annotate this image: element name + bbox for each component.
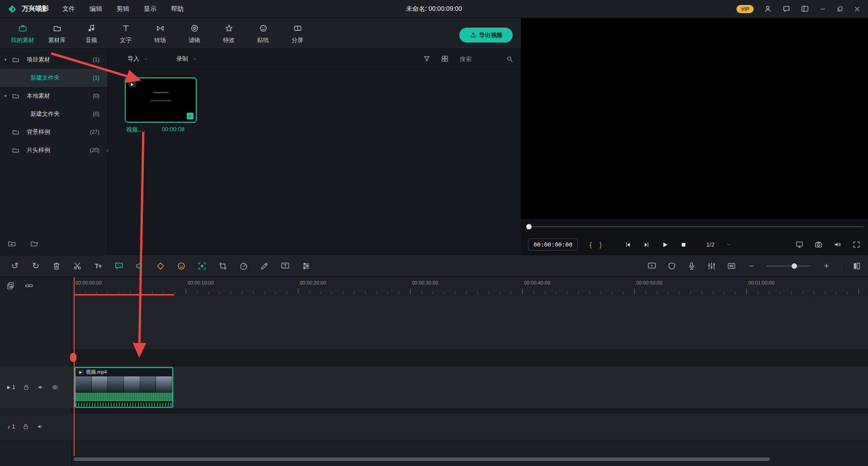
timeline-ruler[interactable]: 00:00:00:00 00:00:10:00 00:00:20:00 00:0…: [72, 277, 868, 295]
tab-stickers[interactable]: 贴纸: [246, 23, 280, 45]
caret-down-icon[interactable]: ▼: [4, 58, 7, 62]
tab-my-media[interactable]: 我的素材: [5, 23, 40, 45]
tab-audio[interactable]: 音频: [74, 23, 108, 45]
new-folder-button[interactable]: [7, 239, 16, 248]
minimize-button[interactable]: [819, 5, 826, 13]
menu-clip[interactable]: 剪辑: [117, 5, 129, 13]
sidebar-item-project-media[interactable]: ▼ 项目素材 (1): [0, 51, 108, 69]
media-item-name[interactable]: 视频.…: [126, 126, 146, 134]
render-preview-button[interactable]: [647, 261, 657, 271]
previous-frame-button[interactable]: [624, 241, 632, 248]
import-button[interactable]: 导入: [127, 55, 148, 63]
keyframe-button[interactable]: [156, 261, 165, 271]
timeline-tracks[interactable]: ▶ 视频.mp4: [72, 294, 868, 462]
link-icon[interactable]: [25, 281, 33, 290]
search-input[interactable]: [459, 55, 502, 63]
timeline-zoom-slider[interactable]: [766, 263, 811, 269]
lock-icon[interactable]: [23, 384, 30, 391]
zoom-out-button[interactable]: −: [746, 261, 756, 271]
playhead-handle[interactable]: [70, 353, 76, 362]
play-button[interactable]: [661, 241, 669, 248]
timeline-playhead[interactable]: [74, 277, 75, 456]
motion-tracking-button[interactable]: [197, 261, 207, 271]
sidebar-item-local-media[interactable]: ▼ 本地素材 (0): [0, 87, 108, 105]
split-scissors-button[interactable]: [72, 261, 82, 271]
workspace-layout-icon[interactable]: [801, 5, 809, 13]
zoom-slider-track[interactable]: [766, 266, 811, 266]
preview-quality-dropdown[interactable]: 1/2: [706, 241, 731, 248]
media-toolbar: 导入 录制: [108, 49, 521, 69]
video-track-badge[interactable]: ▶ 1: [7, 384, 15, 390]
record-button[interactable]: 录制: [176, 55, 197, 63]
snapshot-camera-icon[interactable]: [814, 240, 823, 249]
text-to-speech-button[interactable]: [135, 261, 145, 271]
audio-track-badge[interactable]: ♪ 1: [7, 423, 15, 430]
eye-icon[interactable]: [52, 384, 59, 391]
tab-media-library[interactable]: 素材库: [40, 23, 74, 45]
seekbar-handle[interactable]: [526, 224, 532, 229]
mark-out-button[interactable]: }: [599, 241, 602, 248]
tab-transitions[interactable]: 转场: [143, 23, 177, 45]
media-item-thumbnail[interactable]: ▶ ✓: [125, 77, 197, 123]
sidebar-item-intro-samples[interactable]: 片头样例 (20): [0, 141, 108, 159]
adjust-sliders-button[interactable]: [301, 261, 311, 271]
account-icon[interactable]: [764, 5, 772, 13]
audio-track-lane[interactable]: [72, 414, 868, 440]
preview-seekbar[interactable]: [521, 219, 868, 234]
vip-badge[interactable]: VIP: [736, 5, 754, 13]
redo-button[interactable]: ↻: [31, 261, 41, 271]
menu-help[interactable]: 帮助: [171, 5, 184, 13]
open-folder-button[interactable]: [30, 239, 39, 248]
next-frame-button[interactable]: [643, 241, 650, 248]
ai-portrait-button[interactable]: [176, 261, 186, 271]
mark-in-button[interactable]: {: [590, 241, 592, 248]
speed-button[interactable]: [239, 261, 249, 271]
undo-button[interactable]: ↺: [10, 261, 20, 271]
audio-mixer-button[interactable]: [707, 261, 717, 271]
color-edit-pen-button[interactable]: [259, 261, 269, 271]
stop-button[interactable]: [680, 241, 687, 248]
mask-shield-button[interactable]: [667, 261, 677, 271]
caret-down-icon[interactable]: ▼: [4, 94, 7, 98]
mute-speaker-icon[interactable]: [37, 384, 44, 391]
sidebar-collapse-handle[interactable]: ‹: [105, 144, 110, 156]
speech-to-text-button[interactable]: [114, 261, 124, 271]
filter-funnel-icon[interactable]: [423, 55, 431, 63]
export-video-button[interactable]: 导出视频: [459, 28, 513, 43]
feedback-icon[interactable]: [782, 5, 791, 13]
search-icon[interactable]: [506, 55, 514, 63]
screen-text-button[interactable]: [280, 261, 290, 271]
external-display-icon[interactable]: [795, 240, 804, 249]
restore-button[interactable]: [836, 5, 844, 13]
timeline-panel-layout-button[interactable]: [852, 261, 862, 271]
sidebar-item-new-folder-2[interactable]: 新建文件夹 (0): [0, 105, 108, 123]
fullscreen-icon[interactable]: [852, 240, 861, 249]
video-track-lane[interactable]: [72, 366, 868, 408]
sidebar-item-background-samples[interactable]: 背景样例 (27): [0, 123, 108, 141]
zoom-in-button[interactable]: +: [821, 261, 831, 271]
sidebar-item-new-folder-1[interactable]: 新建文件夹 (1): [0, 69, 108, 87]
menu-file[interactable]: 文件: [62, 5, 75, 13]
close-button[interactable]: [854, 5, 861, 13]
menu-edit[interactable]: 编辑: [90, 5, 102, 13]
volume-icon[interactable]: [833, 240, 842, 249]
track-size-button[interactable]: [726, 261, 736, 271]
selected-check-icon[interactable]: ✓: [187, 113, 193, 119]
crop-button[interactable]: [218, 261, 228, 271]
mute-speaker-icon[interactable]: [37, 423, 44, 430]
add-text-button[interactable]: T+: [93, 261, 103, 271]
grid-view-icon[interactable]: [441, 55, 449, 63]
voiceover-mic-button[interactable]: [687, 261, 697, 271]
tab-split-screen[interactable]: 分屏: [280, 23, 315, 45]
delete-button[interactable]: [52, 261, 61, 271]
menu-display[interactable]: 显示: [144, 5, 156, 13]
timeline-video-clip[interactable]: ▶ 视频.mp4: [75, 367, 173, 408]
lock-icon[interactable]: [22, 423, 29, 430]
tab-filters[interactable]: 滤镜: [177, 23, 212, 45]
seekbar-track[interactable]: [529, 226, 863, 227]
tab-effects[interactable]: 特效: [212, 23, 246, 45]
timeline-horizontal-scrollbar[interactable]: [74, 457, 770, 461]
add-to-timeline-icon[interactable]: [6, 281, 15, 290]
zoom-slider-knob[interactable]: [792, 263, 797, 269]
tab-text[interactable]: 文字: [108, 23, 143, 45]
